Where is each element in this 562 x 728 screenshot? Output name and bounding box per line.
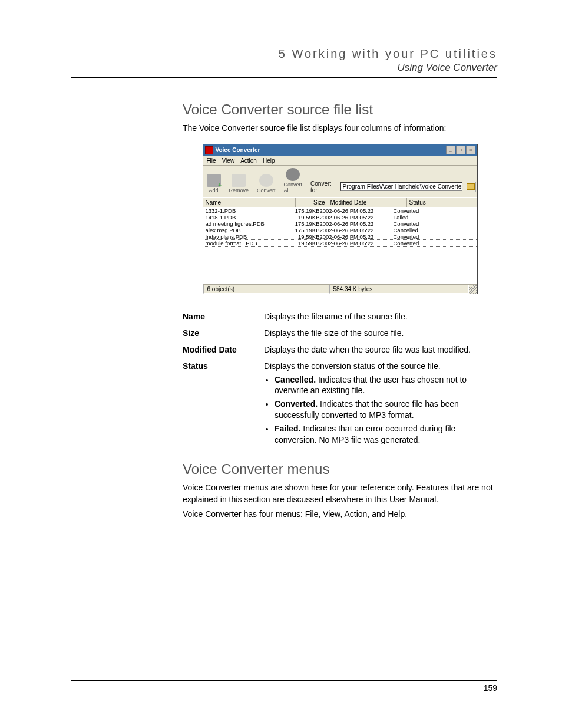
list-header: Name Size Modified Date Status <box>203 197 477 207</box>
failed-text: Indicates that an error occurred during … <box>275 424 455 444</box>
term-size: Size <box>183 325 264 341</box>
window-title: Voice Converter <box>216 147 260 153</box>
table-row[interactable]: ad meeting figures.PDB 175.19KB 2002-06-… <box>203 220 477 227</box>
browse-button[interactable] <box>465 182 476 192</box>
menus-p2: Voice Converter has four menus: File, Vi… <box>183 509 497 521</box>
toolbar: Add Remove Convert Convert All <box>203 166 477 197</box>
convert-button[interactable]: Convert <box>257 174 276 193</box>
converted-label: Converted. <box>275 399 318 409</box>
menus-p1: Voice Converter menus are shown here for… <box>183 482 497 505</box>
app-icon <box>205 146 213 154</box>
status-bar: 6 object(s) 584.34 K bytes <box>203 284 477 294</box>
convert-path-field[interactable]: Program Files\Acer Handheld\Voice Conver… <box>340 182 462 191</box>
cancelled-label: Cancelled. <box>275 375 316 384</box>
menu-help[interactable]: Help <box>263 157 275 164</box>
status-desc-text: Displays the conversion status of the so… <box>264 361 441 371</box>
folder-icon <box>467 183 475 190</box>
window-titlebar[interactable]: Voice Converter _ □ × <box>203 144 477 156</box>
table-row[interactable]: module format...PDB 19.59KB 2002-06-26 P… <box>203 240 477 246</box>
convert-all-button[interactable]: Convert All <box>284 168 303 193</box>
convert-to-label: Convert to: <box>310 180 338 193</box>
convert-icon <box>259 174 273 187</box>
menu-action[interactable]: Action <box>240 157 257 164</box>
convert-all-icon <box>286 168 300 181</box>
col-size[interactable]: Size <box>296 198 328 207</box>
heading-menus: Voice Converter menus <box>183 461 497 477</box>
col-date[interactable]: Modified Date <box>328 198 407 207</box>
desc-size: Displays the file size of the source fil… <box>264 325 497 341</box>
app-screenshot: Voice Converter _ □ × File View Action H… <box>203 144 478 294</box>
desc-name: Displays the filename of the source file… <box>264 308 497 325</box>
menubar: File View Action Help <box>203 156 477 166</box>
section-title: Using Voice Converter <box>71 62 497 74</box>
chapter-title: 5 Working with your PC utilities <box>71 47 497 61</box>
minimize-button[interactable]: _ <box>446 146 455 154</box>
remove-icon <box>232 174 246 187</box>
bullet-converted: Converted. Indicates that the source fil… <box>275 398 492 421</box>
bullet-failed: Failed. Indicates that an error occurred… <box>275 423 492 446</box>
page-number: 159 <box>484 683 497 693</box>
page-footer: 159 <box>71 680 497 693</box>
menu-file[interactable]: File <box>207 157 216 164</box>
term-name: Name <box>183 308 264 325</box>
table-row[interactable]: alex msg.PDB 175.19KB 2002-06-26 PM 05:2… <box>203 227 477 233</box>
table-row[interactable]: 1418-1.PDB 19.59KB 2002-06-26 PM 05:22 F… <box>203 214 477 220</box>
remove-button[interactable]: Remove <box>229 174 249 193</box>
status-size: 584.34 K bytes <box>329 285 469 294</box>
bullet-cancelled: Cancelled. Indicates that the user has c… <box>275 374 492 397</box>
close-button[interactable]: × <box>466 146 475 154</box>
remove-label: Remove <box>229 187 249 193</box>
desc-date: Displays the date when the source file w… <box>264 341 497 358</box>
maximize-button[interactable]: □ <box>456 146 465 154</box>
failed-label: Failed. <box>275 424 300 433</box>
add-icon <box>207 174 221 187</box>
convert-label: Convert <box>257 187 276 193</box>
file-list[interactable]: 1332-1.PDB 175.19KB 2002-06-26 PM 05:22 … <box>203 207 477 284</box>
intro-text: The Voice Converter source file list dis… <box>183 123 497 134</box>
menu-view[interactable]: View <box>222 157 235 164</box>
convert-all-label: Convert All <box>284 182 303 193</box>
table-row[interactable]: friday plans.PDB 19.59KB 2002-06-26 PM 0… <box>203 233 477 240</box>
desc-status: Displays the conversion status of the so… <box>264 358 497 452</box>
add-label: Add <box>209 187 218 193</box>
term-date: Modified Date <box>183 341 264 358</box>
table-row[interactable]: 1332-1.PDB 175.19KB 2002-06-26 PM 05:22 … <box>203 207 477 214</box>
page-header: 5 Working with your PC utilities Using V… <box>71 47 497 78</box>
status-objects: 6 object(s) <box>203 285 329 294</box>
resize-grip[interactable] <box>469 285 477 294</box>
add-button[interactable]: Add <box>207 174 221 193</box>
col-name[interactable]: Name <box>203 198 296 207</box>
term-status: Status <box>183 358 264 452</box>
heading-source-list: Voice Converter source file list <box>183 101 497 118</box>
definitions-table: Name Displays the filename of the source… <box>183 308 497 452</box>
col-status[interactable]: Status <box>407 198 477 207</box>
